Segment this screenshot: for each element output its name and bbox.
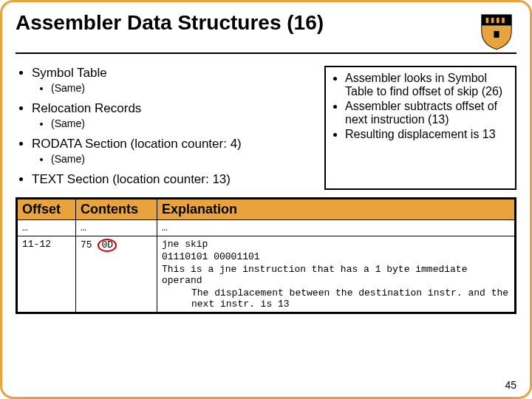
callout-box: Assembler looks in Symbol Table to find … <box>324 66 516 190</box>
bullet-rodata: RODATA Section (location counter: 4) <box>32 137 242 151</box>
page-number: 45 <box>505 379 516 391</box>
col-explanation: Explanation <box>157 199 516 220</box>
bullet-relocation: Relocation Records <box>32 101 141 115</box>
explain-line-0: jne skip <box>162 239 510 250</box>
princeton-shield-icon <box>477 11 516 51</box>
explain-line-2: This is a jne instruction that has a 1 b… <box>162 264 510 286</box>
table-header-row: Offset Contents Explanation <box>17 199 516 220</box>
bullet-symbol-table: Symbol Table <box>32 66 107 80</box>
slide-title: Assembler Data Structures (16) <box>16 11 477 35</box>
title-underline <box>16 52 516 54</box>
cell-explain-1: jne skip 01110101 00001101 This is a jne… <box>157 236 516 313</box>
explain-line-3: The displacement between the destination… <box>162 287 510 310</box>
cell-contents-0: … <box>76 220 157 236</box>
svg-rect-1 <box>491 18 494 23</box>
bullet-symbol-table-sub: (Same) <box>51 82 314 94</box>
bullet-text-section: TEXT Section (location counter: 13) <box>32 172 231 186</box>
contents-prefix: 75 <box>81 239 98 250</box>
cell-offset-0: … <box>17 220 76 236</box>
bullet-rodata-sub: (Same) <box>51 153 314 165</box>
col-contents: Contents <box>76 199 157 220</box>
table-row: 11-12 75 0D jne skip 01110101 00001101 T… <box>17 236 516 313</box>
content-row: Symbol Table (Same) Relocation Records (… <box>16 66 516 190</box>
explain-line-1: 01110101 00001101 <box>162 251 510 262</box>
callout-line-0: Assembler looks in Symbol Table to find … <box>345 72 509 98</box>
cell-offset-1: 11-12 <box>17 236 76 313</box>
callout-line-2: Resulting displacement is 13 <box>345 128 509 141</box>
col-offset: Offset <box>17 199 76 220</box>
cell-contents-1: 75 0D <box>76 236 157 313</box>
circled-byte: 0D <box>98 239 117 252</box>
svg-rect-3 <box>502 18 505 23</box>
title-row: Assembler Data Structures (16) <box>16 11 516 51</box>
text-section-table: Offset Contents Explanation … … … 11-12 … <box>16 197 516 314</box>
table-row: … … … <box>17 220 516 236</box>
svg-rect-0 <box>486 18 489 23</box>
svg-rect-4 <box>494 31 499 38</box>
slide-frame: Assembler Data Structures (16) Symbol Ta… <box>0 0 532 399</box>
svg-rect-2 <box>497 18 499 23</box>
left-bullets: Symbol Table (Same) Relocation Records (… <box>16 66 314 190</box>
bullet-relocation-sub: (Same) <box>51 117 314 129</box>
callout-line-1: Assembler subtracts offset of next instr… <box>345 100 509 126</box>
cell-explain-0: … <box>157 220 516 236</box>
